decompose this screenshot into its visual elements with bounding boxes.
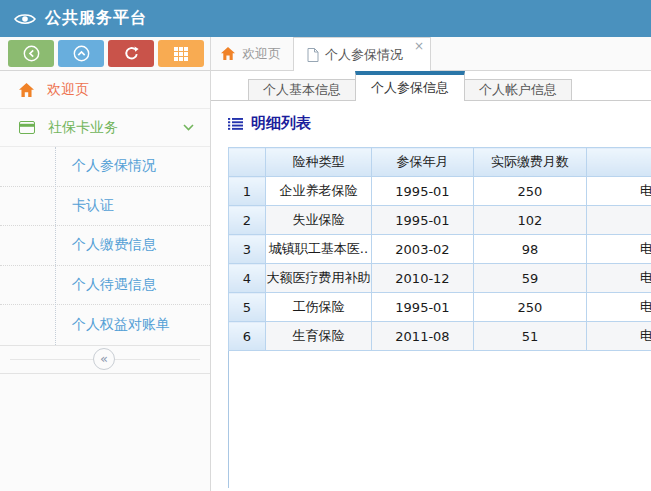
double-chevron-left-icon: « xyxy=(100,351,108,366)
cell: 大额医疗费用补助 xyxy=(266,264,372,293)
back-button[interactable] xyxy=(8,40,54,67)
circle-chevron-left-icon xyxy=(23,45,40,62)
app-header: 公共服务平台 xyxy=(0,0,651,37)
sidebar-item-card-authentication[interactable]: 卡认证 xyxy=(0,187,210,227)
circle-chevron-up-icon xyxy=(73,45,90,62)
column-header[interactable] xyxy=(587,148,651,177)
row-number-cell: 1 xyxy=(229,177,266,206)
tab-welcome[interactable]: 欢迎页 xyxy=(211,37,293,70)
section-title: 明细列表 xyxy=(228,114,651,133)
sidebar-item-label: 社保卡业务 xyxy=(48,119,118,137)
subbar: 欢迎页 个人参保情况 × xyxy=(0,37,651,71)
sub-item-label: 个人参保情况 xyxy=(72,157,156,175)
toolbar xyxy=(0,37,211,71)
refresh-button[interactable] xyxy=(108,40,154,67)
tab-personal-account-info[interactable]: 个人帐户信息 xyxy=(464,79,572,100)
sub-item-label: 个人待遇信息 xyxy=(72,276,156,294)
cell: 2003-02 xyxy=(372,235,474,264)
detail-tab-bar: 个人基本信息 个人参保信息 个人帐户信息 xyxy=(211,71,651,101)
tab-label: 个人基本信息 xyxy=(263,81,341,99)
tab-personal-basic-info[interactable]: 个人基本信息 xyxy=(248,79,356,100)
table-row[interactable]: 4 大额医疗费用补助 2010-12 59 电 xyxy=(229,264,651,293)
home-icon xyxy=(221,47,235,60)
sidebar-item-social-security-card[interactable]: 社保卡业务 xyxy=(0,109,210,147)
cell: 2010-12 xyxy=(372,264,474,293)
tab-personal-insurance-status[interactable]: 个人参保情况 × xyxy=(293,37,431,71)
close-icon[interactable]: × xyxy=(414,40,424,52)
cell: 生育保险 xyxy=(266,322,372,351)
tab-label: 欢迎页 xyxy=(242,45,281,63)
sub-item-label: 个人缴费信息 xyxy=(72,236,156,254)
cell: 城镇职工基本医.. xyxy=(266,235,372,264)
cell xyxy=(587,206,651,235)
table-row[interactable]: 3 城镇职工基本医.. 2003-02 98 电 xyxy=(229,235,651,264)
column-header[interactable]: 参保年月 xyxy=(372,148,474,177)
app-title: 公共服务平台 xyxy=(45,8,147,29)
sidebar-submenu: 个人参保情况 卡认证 个人缴费信息 个人待遇信息 个人权益对账单 xyxy=(0,147,210,346)
tab-label: 个人参保信息 xyxy=(371,79,449,97)
cell: 102 xyxy=(474,206,587,235)
cell: 电 xyxy=(587,177,651,206)
cell: 电 xyxy=(587,264,651,293)
main-panel: 个人基本信息 个人参保信息 个人帐户信息 明细列表 xyxy=(211,71,651,491)
sidebar: 欢迎页 社保卡业务 个人参保情况 卡认证 xyxy=(0,71,211,491)
sidebar-item-personal-insurance-status[interactable]: 个人参保情况 xyxy=(0,147,210,187)
table-header-row: 险种类型 参保年月 实际缴费月数 xyxy=(229,148,651,177)
chevron-down-icon xyxy=(183,124,194,131)
row-number-cell: 3 xyxy=(229,235,266,264)
cell: 59 xyxy=(474,264,587,293)
row-number-cell: 6 xyxy=(229,322,266,351)
sidebar-item-personal-benefit-info[interactable]: 个人待遇信息 xyxy=(0,266,210,306)
column-header[interactable]: 险种类型 xyxy=(266,148,372,177)
table-row[interactable]: 6 生育保险 2011-08 51 电 xyxy=(229,322,651,351)
tab-personal-insurance-info[interactable]: 个人参保信息 xyxy=(355,71,465,101)
cell: 1995-01 xyxy=(372,177,474,206)
row-number-cell: 2 xyxy=(229,206,266,235)
menu-grid-button[interactable] xyxy=(158,40,204,67)
cell: 1995-01 xyxy=(372,206,474,235)
up-button[interactable] xyxy=(58,40,104,67)
table-row[interactable]: 1 企业养老保险 1995-01 250 电 xyxy=(229,177,651,206)
grid-icon xyxy=(174,47,188,61)
column-header[interactable]: 实际缴费月数 xyxy=(474,148,587,177)
cell: 电 xyxy=(587,322,651,351)
cell: 51 xyxy=(474,322,587,351)
document-icon xyxy=(307,48,319,62)
card-icon xyxy=(19,121,35,134)
row-number-cell: 5 xyxy=(229,293,266,322)
eye-icon xyxy=(14,12,36,26)
insurance-table: 险种类型 参保年月 实际缴费月数 1 企业养老保险 1995-01 250 电 … xyxy=(228,147,651,351)
cell: 企业养老保险 xyxy=(266,177,372,206)
sidebar-item-personal-payment-info[interactable]: 个人缴费信息 xyxy=(0,226,210,266)
column-header[interactable] xyxy=(229,148,266,177)
row-number-cell: 4 xyxy=(229,264,266,293)
collapse-sidebar-button[interactable]: « xyxy=(93,348,115,370)
cell: 1995-01 xyxy=(372,293,474,322)
refresh-icon xyxy=(124,46,139,61)
public-service-platform-window: 公共服务平台 xyxy=(0,0,651,491)
sidebar-item-label: 欢迎页 xyxy=(47,81,89,99)
sub-item-label: 卡认证 xyxy=(72,197,114,215)
tab-label: 个人帐户信息 xyxy=(479,81,557,99)
cell: 工伤保险 xyxy=(266,293,372,322)
cell: 电 xyxy=(587,293,651,322)
sidebar-collapse-row: « xyxy=(0,346,210,374)
tab-label: 个人参保情况 xyxy=(325,46,403,64)
cell: 电 xyxy=(587,235,651,264)
sidebar-item-personal-rights-statement[interactable]: 个人权益对账单 xyxy=(0,305,210,345)
home-icon xyxy=(19,83,34,97)
section-title-label: 明细列表 xyxy=(251,114,311,133)
cell: 98 xyxy=(474,235,587,264)
sub-item-label: 个人权益对账单 xyxy=(72,316,170,334)
table-row[interactable]: 2 失业保险 1995-01 102 xyxy=(229,206,651,235)
list-icon xyxy=(228,118,243,130)
sidebar-item-welcome[interactable]: 欢迎页 xyxy=(0,71,210,109)
insurance-grid: 险种类型 参保年月 实际缴费月数 1 企业养老保险 1995-01 250 电 … xyxy=(228,147,651,488)
cell: 失业保险 xyxy=(266,206,372,235)
cell: 250 xyxy=(474,293,587,322)
cell: 250 xyxy=(474,177,587,206)
table-row[interactable]: 5 工伤保险 1995-01 250 电 xyxy=(229,293,651,322)
cell: 2011-08 xyxy=(372,322,474,351)
top-tab-bar: 欢迎页 个人参保情况 × xyxy=(211,37,651,71)
